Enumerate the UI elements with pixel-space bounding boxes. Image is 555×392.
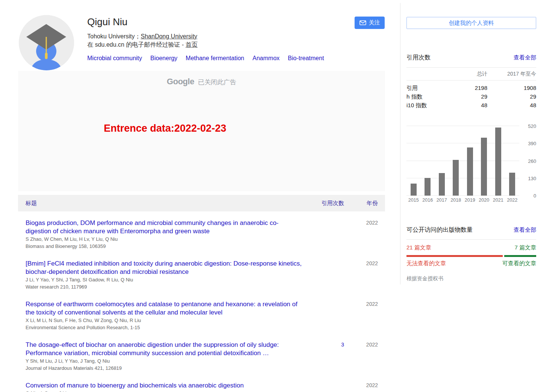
article-cited-by [314,219,344,250]
follow-button[interactable]: 关注 [355,17,385,29]
stats-since-value: 48 [487,101,536,109]
ad-closed-text: 已关闭此广告 [198,79,236,86]
sort-by-citations-header[interactable]: 引用次数 [314,200,344,207]
stats-total-value: 2198 [450,84,487,92]
sort-by-year-header[interactable]: 年份 [351,200,378,207]
chart-bar[interactable] [495,128,501,196]
article-year: 2022 [351,381,378,392]
stats-col-since: 2017 年至今 [487,70,536,78]
article-year: 2022 [351,300,378,331]
stats-header-spacer [406,70,450,78]
chart-bar[interactable] [467,147,473,196]
chart-bar[interactable] [453,160,459,196]
articles-list: Biogas production, DOM performance and m… [18,211,385,392]
article-title-link[interactable]: Response of earthworm coelomocytes and c… [26,300,303,317]
profile-header: Qigui Niu Tohoku University；ShanDong Uni… [18,0,385,71]
stats-row-label[interactable]: i10 指数 [406,101,450,109]
article-title-link[interactable]: Conversion of manure to bioenergy and bi… [26,381,244,390]
article-title-link[interactable]: Biogas production, DOM performance and m… [26,219,303,236]
citation-stats-table: 总计 2017 年至今 引用21981908h 指数2929i10 指数4848 [406,67,536,109]
article-row: Conversion of manure to bioenergy and bi… [18,374,385,392]
article-authors: Y Shi, M Liu, J Li, Y Yao, J Tang, Q Niu [26,358,303,365]
interest-link[interactable]: Anammox [253,55,280,61]
affiliation-text: Tohoku University； [87,33,141,40]
chart-y-tick-label: 130 [528,176,536,181]
stats-total-value: 29 [450,92,487,101]
public-access-view-all-link[interactable]: 查看全部 [514,226,536,234]
affiliation-link[interactable]: ShanDong University [141,33,197,40]
affiliation-line: Tohoku University；ShanDong University [87,32,347,41]
profile-info: Qigui Niu Tohoku University；ShanDong Uni… [87,16,347,62]
profile-name: Qigui Niu [87,16,347,28]
article-title-link[interactable]: [Bmim] FeCl4 mediated inhibition and tox… [26,260,303,276]
stats-row: i10 指数4848 [406,101,536,109]
verified-email-line: 在 sdu.edu.cn 的电子邮件经过验证 - 首页 [87,41,347,49]
available-count: 7 篇文章 [514,244,536,251]
interest-link[interactable]: Bio-treatment [288,55,324,61]
article-cited-by [314,300,344,331]
chart-y-tick-label: 0 [534,193,536,199]
create-profile-button[interactable]: 创建我的个人资料 [406,17,536,29]
ad-brand-line: Google已关闭此广告 [18,77,385,87]
entrance-date-watermark: Entrence data:2022-02-23 [104,123,226,134]
interest-link[interactable]: Microbial community [87,55,142,61]
article-row: Response of earthworm coelomocytes and c… [18,293,385,333]
public-access-counts: 21 篇文章 7 篇文章 [406,244,536,251]
article-row: The dosage-effect of biochar on anaerobi… [18,333,385,374]
article-authors: S Zhao, W Chen, M Liu, H Lv, Y Liu, Q Ni… [26,236,303,243]
article-authors: X Li, M Li, N Sun, F He, S Chu, W Zong, … [26,317,303,324]
article-year: 2022 [351,341,378,372]
available-label: 可查看的文章 [502,260,536,267]
chart-bar[interactable] [481,138,487,196]
chart-x-tick-label: 2015 [406,198,421,203]
chart-bar[interactable] [411,184,417,196]
interest-links: Microbial communityBioenergyMethane ferm… [87,54,347,62]
interest-link[interactable]: Methane fermentation [186,55,244,61]
stats-row-label[interactable]: h 指数 [406,92,450,101]
public-access-title: 可公开访问的出版物数量 [406,226,473,234]
article-year: 2022 [351,260,378,290]
stats-rows: 引用21981908h 指数2929i10 指数4848 [406,81,536,109]
stats-row-label[interactable]: 引用 [406,84,450,92]
stats-row: h 指数2929 [406,92,536,101]
google-logo: Google [167,77,194,86]
chart-bars [406,126,519,196]
articles-table-header: 标题 引用次数 年份 [18,195,385,211]
unavailable-count: 21 篇文章 [406,244,431,251]
chart-y-axis-labels: 0130260390520 [519,126,536,196]
unavailable-bar-segment [406,255,503,257]
article-title-link[interactable]: The dosage-effect of biochar on anaerobi… [26,341,303,357]
main-column: Qigui Niu Tohoku University；ShanDong Uni… [18,0,385,392]
chart-x-tick-label: 2020 [477,198,491,203]
chart-bar-column [477,126,491,196]
chart-x-tick-label: 2016 [421,198,435,203]
funding-mandates-note: 根据资金授权书 [406,275,536,282]
avatar[interactable] [19,15,74,70]
chart-x-tick-label: 2021 [491,198,505,203]
article-main: Biogas production, DOM performance and m… [26,219,314,250]
article-cited-by [314,260,344,290]
chart-bar-column [491,126,505,196]
article-row: Biogas production, DOM performance and m… [18,211,385,252]
homepage-link[interactable]: 首页 [185,41,197,48]
sort-by-title-header[interactable]: 标题 [18,200,314,207]
article-main: Conversion of manure to bioenergy and bi… [26,381,314,392]
chart-y-tick-label: 390 [528,141,536,146]
stats-row: 引用21981908 [406,84,536,92]
chart-bar[interactable] [509,173,515,196]
cited-by-count-link[interactable]: 3 [341,342,344,348]
article-authors: Q Niu, L Song, J Li [26,390,303,392]
article-authors: J Li, Y Yao, Y Shi, J Tang, SI Gadow, R … [26,277,303,283]
chart-x-tick-label: 2019 [463,198,477,203]
chart-bar-column [505,126,520,196]
stats-since-value: 1908 [487,84,536,92]
article-cited-by [314,381,344,392]
chart-bar[interactable] [425,178,431,196]
article-main: The dosage-effect of biochar on anaerobi… [26,341,314,372]
chart-bar[interactable] [439,173,445,196]
verified-email-text: 在 sdu.edu.cn 的电子邮件经过验证 - [87,41,185,48]
article-cited-by: 3 [314,341,344,372]
cited-by-view-all-link[interactable]: 查看全部 [514,54,536,61]
interest-link[interactable]: Bioenergy [150,55,177,61]
chart-bar-column [463,126,477,196]
